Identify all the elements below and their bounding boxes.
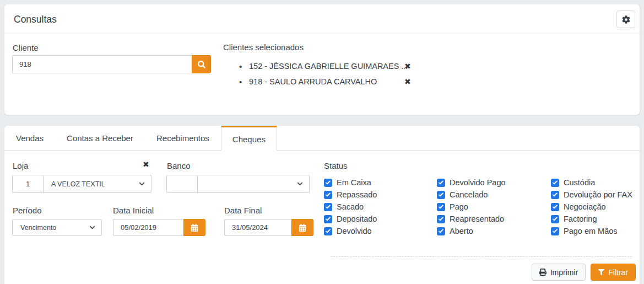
tab-recebimentos[interactable]: Recebimentos	[145, 126, 221, 150]
selected-clients-list: • 152 - JÉSSICA GABRIELLE GUIMARAES ... …	[223, 58, 411, 89]
remove-client-icon[interactable]: ✖	[404, 77, 411, 86]
checkbox-checked[interactable]	[551, 203, 559, 211]
bullet-icon: •	[239, 77, 249, 87]
status-checkbox-label: Repassado	[337, 190, 377, 199]
status-column: Devolvido Pago Cancelado Pago Reapresent…	[437, 176, 506, 237]
cliente-search-group	[12, 55, 211, 73]
checkbox-checked[interactable]	[324, 227, 332, 235]
loja-code-input[interactable]	[12, 175, 44, 193]
status-checkbox-label: Cancelado	[450, 190, 488, 199]
checkbox-checked[interactable]	[437, 179, 445, 187]
check-icon	[439, 192, 443, 197]
filters-panel: Vendas Contas a Receber Recebimentos Che…	[4, 126, 640, 284]
status-checkbox-label: Em Caixa	[337, 178, 371, 187]
periodo-select[interactable]: Vencimento	[12, 219, 102, 236]
status-option: Cancelado	[437, 189, 506, 201]
check-icon	[553, 192, 558, 197]
status-option: Reapresentado	[437, 213, 506, 225]
check-icon	[326, 229, 331, 234]
periodo-select-value: Vencimento	[13, 224, 56, 232]
tab-contas-a-receber[interactable]: Contas a Receber	[55, 126, 145, 150]
actions-row: Imprimir Filtrar	[532, 264, 636, 281]
client-list-item: • 918 - SAULO ARRUDA CARVALHO ✖	[223, 74, 411, 89]
check-icon	[553, 229, 558, 234]
checkbox-checked[interactable]	[551, 179, 559, 187]
clear-loja-icon[interactable]: ✖	[143, 160, 149, 169]
banco-label: Banco	[167, 161, 191, 170]
check-icon	[326, 180, 331, 185]
data-final-label: Data Final	[224, 206, 262, 215]
status-column: Em Caixa Repassado Sacado Depositado Dev…	[324, 176, 377, 237]
remove-client-icon[interactable]: ✖	[404, 62, 411, 71]
check-icon	[439, 180, 443, 185]
chevron-down-icon	[89, 224, 95, 231]
checkbox-checked[interactable]	[324, 203, 332, 211]
tab-cheques[interactable]: Cheques	[221, 126, 277, 151]
cliente-input[interactable]	[12, 55, 192, 73]
page-title: Consultas	[14, 13, 57, 25]
search-button[interactable]	[192, 55, 211, 73]
bullet-icon: •	[239, 62, 249, 71]
data-inicial-calendar-button[interactable]	[183, 219, 205, 236]
checkbox-checked[interactable]	[324, 191, 332, 199]
checkbox-checked[interactable]	[324, 179, 332, 187]
filtrar-button-label: Filtrar	[608, 268, 628, 277]
check-icon	[326, 205, 331, 210]
client-text: 152 - JÉSSICA GABRIELLE GUIMARAES ...	[249, 62, 401, 71]
cheques-tab-content: Loja ✖ A VELOZ TEXTIL Banco Status Em Ca…	[4, 151, 640, 284]
tab-bar: Vendas Contas a Receber Recebimentos Che…	[4, 126, 640, 151]
check-icon	[326, 192, 331, 197]
status-checkbox-label: Aberto	[450, 227, 473, 235]
selected-clients-title: Clientes selecionados	[223, 42, 411, 52]
data-final-input[interactable]	[224, 219, 291, 236]
status-option: Negociação	[551, 201, 632, 213]
check-icon	[439, 205, 443, 210]
status-option: Factoring	[551, 213, 632, 225]
checkbox-checked[interactable]	[437, 227, 445, 235]
checkbox-checked[interactable]	[437, 191, 445, 199]
cliente-label: Cliente	[13, 43, 39, 52]
client-list-item: • 152 - JÉSSICA GABRIELLE GUIMARAES ... …	[223, 58, 411, 74]
status-option: Repassado	[324, 189, 377, 201]
status-option: Devolvido Pago	[437, 176, 506, 189]
data-inicial-input[interactable]	[113, 219, 183, 236]
data-final-calendar-button[interactable]	[291, 219, 313, 236]
checkbox-checked[interactable]	[551, 191, 559, 199]
data-inicial-label: Data Inicial	[113, 206, 154, 215]
banco-group	[166, 175, 310, 193]
checkbox-checked[interactable]	[437, 215, 445, 223]
status-checkbox-label: Devolução por FAX	[564, 190, 632, 199]
imprimir-button[interactable]: Imprimir	[532, 264, 586, 281]
search-icon	[198, 61, 205, 68]
status-checkbox-label: Pago em Mãos	[564, 227, 618, 235]
chevron-down-icon	[139, 181, 145, 187]
status-checkbox-label: Negociação	[564, 202, 606, 211]
checkbox-checked[interactable]	[551, 215, 559, 223]
status-option: Devolvido	[324, 225, 377, 237]
banco-code-input[interactable]	[166, 175, 198, 193]
banco-select[interactable]	[198, 175, 310, 193]
status-option: Aberto	[437, 225, 506, 237]
status-checkbox-label: Pago	[450, 202, 468, 211]
settings-button[interactable]	[616, 10, 635, 28]
client-text: 918 - SAULO ARRUDA CARVALHO	[249, 77, 401, 86]
loja-select[interactable]: A VELOZ TEXTIL	[44, 175, 151, 193]
calendar-icon	[191, 224, 198, 232]
checkbox-checked[interactable]	[324, 215, 332, 223]
check-icon	[326, 217, 331, 222]
checkbox-checked[interactable]	[437, 203, 445, 211]
status-checkbox-label: Custódia	[564, 178, 595, 187]
filtrar-button[interactable]: Filtrar	[591, 264, 636, 281]
check-icon	[553, 217, 558, 222]
selected-clients-block: Clientes selecionados • 152 - JÉSSICA GA…	[223, 42, 411, 89]
chevron-down-icon	[297, 181, 303, 187]
checkbox-checked[interactable]	[551, 227, 559, 235]
tab-vendas[interactable]: Vendas	[4, 126, 55, 150]
status-option: Pago	[437, 201, 506, 213]
periodo-label: Período	[13, 206, 42, 215]
loja-select-value: A VELOZ TEXTIL	[44, 180, 105, 188]
status-checkbox-label: Factoring	[564, 215, 597, 223]
status-checkbox-label: Sacado	[337, 202, 364, 211]
status-checkbox-label: Depositado	[337, 215, 377, 223]
calendar-icon	[299, 224, 306, 232]
